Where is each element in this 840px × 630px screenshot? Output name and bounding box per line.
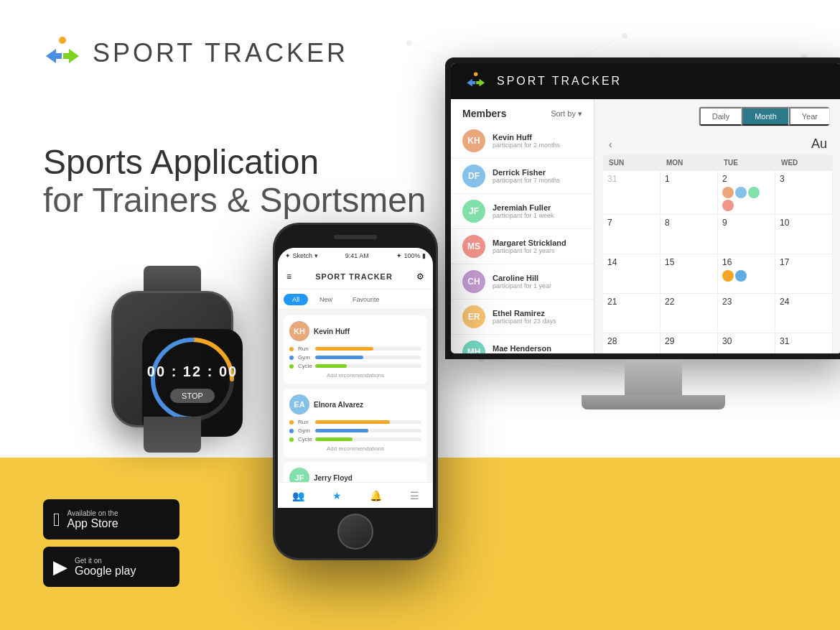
watch-stop-button[interactable]: STOP [170,389,215,403]
cal-cell-14[interactable]: 14 [603,254,661,294]
screen-sort-by[interactable]: Sort by ▾ [551,109,582,119]
activity-run-1: Run [289,346,421,352]
headline-line2: for Trainers & Sportsmen [43,182,426,220]
watch-timer: 00 : 12 : 00 [147,363,238,380]
watch-band-bottom [144,417,201,453]
nav-bell-icon[interactable]: 🔔 [370,490,382,501]
monitor-neck [625,359,682,395]
cal-prev-btn[interactable]: ‹ [609,139,612,150]
tab-daily[interactable]: Daily [699,107,742,126]
activity-gym-2: Gym [289,427,421,434]
settings-icon[interactable]: ⚙ [416,272,424,282]
screen-sidebar-header: Members Sort by ▾ [451,99,594,124]
phone-speaker [334,235,377,239]
phone-avatar-2: EA [289,394,309,414]
appstore-badge[interactable]:  Available on the App Store [43,499,179,539]
screen-main-content: Daily Month Year ‹ Au [594,99,840,353]
screen-member-avatar-3: JF [462,200,485,223]
phone-member-card-2[interactable]: EA Elnora Alvarez Run Gym [284,389,427,458]
cal-cell-23[interactable]: 23 [718,294,775,333]
phone-status-bar: ✦ Sketch ▾ 9:41 AM ✦ 100% ▮ [278,248,433,264]
phone-tab-favourite[interactable]: Favourite [344,294,388,305]
cal-cell-31b[interactable]: 31 [775,333,833,353]
nav-star-icon[interactable]: ★ [332,490,342,501]
monitor-frame: SPORT TRACKER Members Sort by ▾ [445,57,840,359]
screen-member-item-4[interactable]: MS Margaret Strickland participant for 2… [451,229,594,264]
activity-run-2: Run [289,419,421,425]
cal-cell-15[interactable]: 15 [661,254,718,294]
activity-cycle-2: Cycle [289,436,421,443]
nav-menu-icon[interactable]: ☰ [410,490,419,501]
cal-cell-8[interactable]: 8 [661,215,718,254]
phone-add-rec-1[interactable]: Add recommendations [289,372,421,379]
activity-cycle-1: Cycle [289,363,421,369]
screen-member-item-7[interactable]: MH Mae Henderson participant for 8 month… [451,335,594,353]
screen-member-item-3[interactable]: JF Jeremiah Fuller participant for 1 wee… [451,194,594,229]
nav-people-icon[interactable]: 👥 [292,490,304,501]
cal-header-mon: MON [661,154,718,171]
apple-icon:  [53,509,60,531]
svg-point-27 [59,37,66,44]
cal-cell-24[interactable]: 24 [775,294,833,333]
phone-avatar-1: KH [289,321,309,341]
googleplay-badge[interactable]: ▶ Get it on Google play [43,547,179,587]
screen-member-item-1[interactable]: KH Kevin Huff participant for 2 months [451,124,594,159]
cal-cell-21[interactable]: 21 [603,294,661,333]
tab-month[interactable]: Month [742,107,789,126]
phone-member-name-3: Jerry Floyd [314,474,353,482]
cal-cell-2[interactable]: 2 [718,171,775,215]
screen-calendar: ‹ Au SUN MON TUE WED [603,134,833,353]
cal-cell-7[interactable]: 7 [603,215,661,254]
appstore-large-text: App Store [67,517,118,530]
phone-tabs: All New Favourite [278,289,433,310]
cal-header-sun: SUN [603,154,661,171]
screen-header: SPORT TRACKER [451,63,840,99]
badges-area:  Available on the App Store ▶ Get it on… [43,499,179,587]
phone-member-card-1[interactable]: KH Kevin Huff Run Gym [284,315,427,384]
cal-cell-3[interactable]: 3 [775,171,833,215]
phone-screen: ✦ Sketch ▾ 9:41 AM ✦ 100% ▮ ≡ SPORT TRAC… [278,248,433,508]
screen-member-avatar-7: MH [462,341,485,353]
googleplay-large-text: Google play [75,565,136,578]
cal-cell-17[interactable]: 17 [775,254,833,294]
screen-sidebar: Members Sort by ▾ KH Kevin Huff [451,99,594,353]
phone-mockup: ✦ Sketch ▾ 9:41 AM ✦ 100% ▮ ≡ SPORT TRAC… [273,223,438,560]
screen-tab-group: Daily Month Year [699,106,830,126]
phone-tab-all[interactable]: All [284,294,308,305]
tab-year[interactable]: Year [789,107,829,126]
monitor-base [582,395,725,409]
cal-cell-9[interactable]: 9 [718,215,775,254]
phone-home-button[interactable] [337,514,373,550]
screen-member-item-6[interactable]: ER Ethel Ramirez participant for 23 days [451,300,594,335]
phone-app-title: SPORT TRACKER [315,272,393,281]
logo-text: SPORT TRACKER [93,38,348,68]
cal-cell-10[interactable]: 10 [775,215,833,254]
status-battery: ✦ 100% ▮ [396,252,426,259]
screen-body: Members Sort by ▾ KH Kevin Huff [451,99,840,353]
cal-cell-16[interactable]: 16 [718,254,775,294]
monitor-mockup: SPORT TRACKER Members Sort by ▾ [445,57,840,503]
status-signal: ✦ Sketch ▾ [285,252,318,259]
cal-header-tue: TUE [718,154,775,171]
cal-cell-29[interactable]: 29 [661,333,718,353]
screen-logo-text: SPORT TRACKER [497,75,622,88]
phone-tab-new[interactable]: New [311,294,341,305]
screen-cal-nav: ‹ Au [603,134,833,154]
watch-mockup: 00 : 12 : 00 STOP [93,266,251,453]
cal-cell-22[interactable]: 22 [661,294,718,333]
screen-member-avatar-6: ER [462,305,485,328]
cal-cell-1[interactable]: 1 [661,171,718,215]
cal-cell-31[interactable]: 31 [603,171,661,215]
cal-cell-30[interactable]: 30 [718,333,775,353]
phone-bottom-nav: 👥 ★ 🔔 ☰ [278,482,433,508]
phone-member-name-1: Kevin Huff [314,328,350,335]
phone-add-rec-2[interactable]: Add recommendations [289,445,421,452]
screen-member-item-2[interactable]: DF Derrick Fisher participant for 7 mont… [451,159,594,194]
cal-cell-28[interactable]: 28 [603,333,661,353]
screen-cal-month-label: Au [811,136,827,152]
screen-member-item-5[interactable]: CH Caroline Hill participant for 1 year [451,264,594,300]
phone-member-name-2: Elnora Alvarez [314,401,363,409]
screen-members-title: Members [462,108,506,119]
hamburger-icon[interactable]: ≡ [286,272,291,282]
status-time: 9:41 AM [345,252,369,259]
